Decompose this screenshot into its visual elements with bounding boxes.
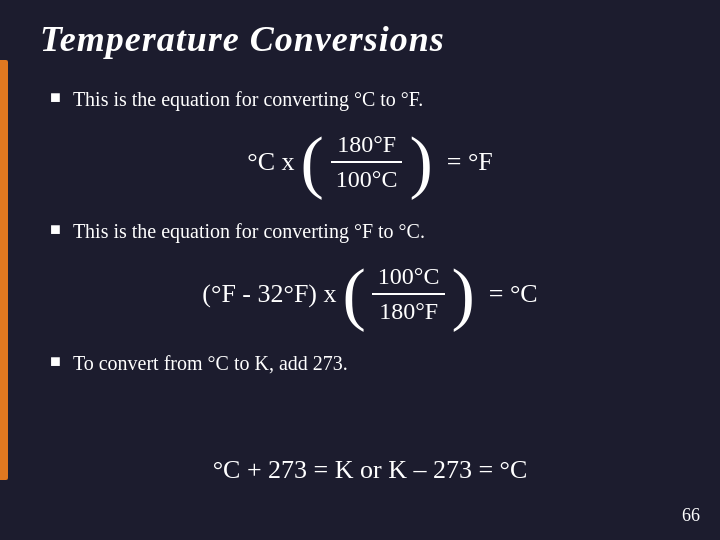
bullet-item-3: ■ To convert from °C to K, add 273. (50, 349, 690, 377)
section-2: ■ This is the equation for converting °F… (50, 217, 690, 329)
formula-row-2: (°F - 32°F) x ( 100°C 180°F ) = °C (50, 259, 690, 329)
slide-title: Temperature Conversions (40, 18, 680, 60)
bullet-item-1: ■ This is the equation for converting °C… (50, 85, 690, 113)
fraction1-denominator: 100°C (330, 163, 404, 194)
bullet-icon-3: ■ (50, 351, 61, 372)
section-1: ■ This is the equation for converting °C… (50, 85, 690, 197)
page-number: 66 (682, 505, 700, 526)
formula-row-1: °C x ( 180°F 100°C ) = °F (50, 127, 690, 197)
bottom-line: °C + 273 = K or K – 273 = °C (50, 455, 690, 485)
fraction1-numerator: 180°F (331, 130, 402, 163)
accent-bar (0, 60, 8, 480)
fraction-1: 180°F 100°C (330, 130, 404, 194)
formula2-prefix: (°F - 32°F) x (202, 279, 336, 309)
formula1-result: = °F (447, 147, 493, 177)
bullet-text-2: This is the equation for converting °F t… (73, 217, 425, 245)
bullet-icon-2: ■ (50, 219, 61, 240)
content-area: ■ This is the equation for converting °C… (50, 85, 690, 387)
formula2-result: = °C (489, 279, 538, 309)
title-area: Temperature Conversions (40, 18, 680, 60)
fraction-2: 100°C 180°F (372, 262, 446, 326)
paren-left-2: ( (343, 259, 366, 329)
bullet-text-3: To convert from °C to K, add 273. (73, 349, 348, 377)
paren-right-1: ) (409, 127, 432, 197)
paren-left-1: ( (300, 127, 323, 197)
fraction2-numerator: 100°C (372, 262, 446, 295)
bullet-icon-1: ■ (50, 87, 61, 108)
fraction2-denominator: 180°F (373, 295, 444, 326)
formula1-prefix: °C x (247, 147, 294, 177)
bullet-item-2: ■ This is the equation for converting °F… (50, 217, 690, 245)
paren-right-2: ) (451, 259, 474, 329)
bullet-text-1: This is the equation for converting °C t… (73, 85, 423, 113)
slide: Temperature Conversions ■ This is the eq… (0, 0, 720, 540)
